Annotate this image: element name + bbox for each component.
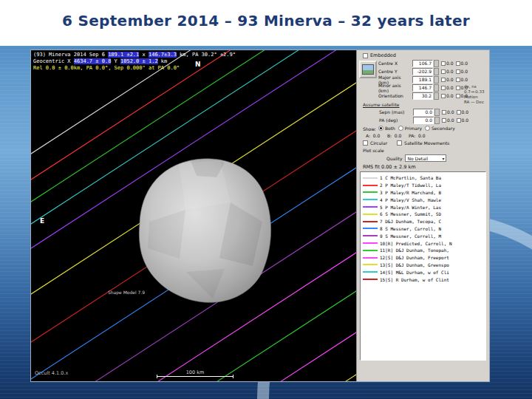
spinner-control[interactable] <box>434 92 439 100</box>
observer-text: 5 P Maley/A Winter, Las <box>380 205 441 210</box>
north-label: N <box>195 61 201 68</box>
uncertainty-group: 0.0 <box>441 69 454 74</box>
spinner-control[interactable] <box>434 68 439 75</box>
show-option[interactable]: Primary <box>398 126 422 131</box>
uncertainty-checkbox[interactable] <box>456 61 460 66</box>
uncertainty-checkbox[interactable] <box>441 86 446 90</box>
uncertainty-checkbox[interactable] <box>441 61 446 66</box>
spinner-control[interactable] <box>434 84 439 92</box>
fit-parameter-fields: Centre X106.70.00.0Centre Y-202.90.00.0M… <box>378 59 468 100</box>
show-option-label: Primary <box>405 126 422 131</box>
east-label: E <box>40 217 44 225</box>
parameter-input[interactable]: 0.0 <box>413 109 434 116</box>
shape-model-label: Shape Model 7.9 <box>108 290 145 295</box>
list-item[interactable]: 14[S] M&L Durham, w of Cli <box>362 268 484 276</box>
uncertainty-group: 0.0 <box>456 77 468 82</box>
parameter-input[interactable]: -202.9 <box>412 68 433 75</box>
uncertainty-checkbox[interactable] <box>457 118 461 123</box>
list-item[interactable]: 6 S Messner, Summit, SD <box>362 211 484 218</box>
motion-note-line: RA — Dec <box>464 100 488 105</box>
uncertainty-checkbox[interactable] <box>442 110 446 115</box>
radio-button[interactable] <box>425 126 430 131</box>
uncertainty-checkbox[interactable] <box>456 94 460 98</box>
list-item[interactable]: 4 P Maley/V Shah, Hawle <box>362 196 484 203</box>
quality-value: No Detail <box>407 156 428 161</box>
parameter-input[interactable]: 106.7 <box>412 60 433 67</box>
quality-row: Quality No Detail <box>386 154 489 162</box>
uncertainty-checkbox[interactable] <box>456 69 460 74</box>
asteroid-shape-model <box>139 158 270 302</box>
uncertainty-value: 0.0 <box>462 117 469 123</box>
observer-list[interactable]: 1 C McPartlin, Santa Ba2 P Maley/T Tidwe… <box>360 171 486 361</box>
fit-summary-line3: Rel 0.0 ± 0.0km, PA 0.0°, Sep 0.000" at … <box>33 65 236 72</box>
list-item[interactable]: 9 S Messner, Correll, M <box>362 232 484 239</box>
spinner-control[interactable] <box>434 109 440 116</box>
image-tool-button[interactable] <box>359 61 377 78</box>
parameter-row: Sepn (mas)0.00.00.0 <box>379 108 489 116</box>
app-version-label: Occult 4.1.0.x <box>35 370 68 376</box>
spinner-control[interactable] <box>434 117 440 124</box>
show-options-row: Show: BothPrimarySecondary <box>363 126 489 132</box>
motion-note-line: 0.7→-0.33 <box>464 89 488 95</box>
abpa-values: A: 0.0 B: 0.0 PA: 0.0 <box>366 133 489 138</box>
dropdown-arrow-icon <box>442 156 444 161</box>
parameter-input[interactable]: 146.7 <box>412 84 433 92</box>
show-option[interactable]: Secondary <box>425 126 455 131</box>
list-item[interactable]: 13[S] D&J Dunham, Greenspo <box>362 262 484 269</box>
uncertainty-checkbox[interactable] <box>457 110 461 115</box>
list-item[interactable]: 8 S Messner, Carroll, N <box>362 225 484 233</box>
chord-color-key <box>363 214 378 215</box>
embedded-checkbox[interactable] <box>363 53 368 58</box>
uncertainty-checkbox[interactable] <box>441 78 446 82</box>
circular-label: Circular <box>370 140 387 146</box>
list-item[interactable]: 10[R] Predicted, Carroll, N <box>362 239 484 247</box>
uncertainty-checkbox[interactable] <box>456 86 460 90</box>
observer-text: 10[R] Predicted, Carroll, N <box>380 241 452 246</box>
list-item[interactable]: 1 C McPartlin, Santa Ba <box>362 174 484 182</box>
presentation-slide: 6 September 2014 – 93 Minerva – 32 years… <box>0 0 532 399</box>
list-item[interactable]: 3 P Maley/R Marchand, B <box>362 189 484 197</box>
uncertainty-value: 0.0 <box>446 93 454 98</box>
parameter-input[interactable]: 189.1 <box>412 76 433 83</box>
uncertainty-value: 0.0 <box>446 77 454 82</box>
quality-label: Quality <box>386 156 402 161</box>
quality-dropdown[interactable]: No Detail <box>405 154 446 162</box>
parameter-label: Orientation <box>378 93 412 98</box>
occult-app-window: (93) Minerva 2014 Sep 6 189.1 ±2.1 x 146… <box>31 50 489 381</box>
slide-title: 6 September 2014 – 93 Minerva – 32 years… <box>0 12 532 30</box>
uncertainty-value: 0.0 <box>446 85 454 90</box>
list-item[interactable]: 2 P Maley/T Tidwell, La <box>362 182 484 189</box>
observer-text: 11[R] D&J Dunham, Tonopah, <box>380 248 449 253</box>
list-item[interactable]: 15[S] R Durham, w of Clint <box>362 276 484 283</box>
uncertainty-checkbox[interactable] <box>442 118 446 123</box>
uncertainty-checkbox[interactable] <box>456 78 460 82</box>
chord-color-key <box>363 257 378 259</box>
parameter-row: Centre X106.70.00.0 <box>378 59 468 67</box>
show-option[interactable]: Both <box>378 126 395 131</box>
uncertainty-group: 0.0 <box>441 93 454 98</box>
spinner-control[interactable] <box>434 60 439 67</box>
parameter-input[interactable]: 30.2 <box>412 92 433 100</box>
uncertainty-value: 0.0 <box>462 109 469 115</box>
radio-button[interactable] <box>398 126 403 131</box>
radio-button[interactable] <box>378 126 383 131</box>
chord-color-key <box>363 271 378 273</box>
list-item[interactable]: 12[S] D&J Dunham, Freeport <box>362 254 484 262</box>
uncertainty-checkbox[interactable] <box>441 69 446 74</box>
uncertainty-checkbox[interactable] <box>441 94 446 98</box>
uncertainty-value: 0.0 <box>446 61 454 66</box>
control-panel: Embedded Centre X106.70.00.0Centre Y-202… <box>356 50 489 381</box>
spinner-control[interactable] <box>434 76 439 83</box>
chord-color-key <box>363 228 378 229</box>
uncertainty-value: 0.0 <box>447 109 454 115</box>
chord-color-key <box>363 206 378 208</box>
list-item[interactable]: 11[R] D&J Dunham, Tonopah, <box>362 247 484 254</box>
fit-summary-line1: (93) Minerva 2014 Sep 6 189.1 ±2.1 x 146… <box>33 52 236 58</box>
satellite-movements-checkbox[interactable] <box>397 140 402 146</box>
parameter-input[interactable]: 0.0 <box>413 117 434 124</box>
circular-checkbox[interactable] <box>363 140 368 146</box>
chord-plot-canvas[interactable]: (93) Minerva 2014 Sep 6 189.1 ±2.1 x 146… <box>31 50 356 381</box>
list-item[interactable]: 7 D&J Dunham, Tecopa, C <box>362 218 484 225</box>
list-item[interactable]: 5 P Maley/A Winter, Las <box>362 203 484 211</box>
plot-scale-label: Plot scale <box>363 148 384 153</box>
